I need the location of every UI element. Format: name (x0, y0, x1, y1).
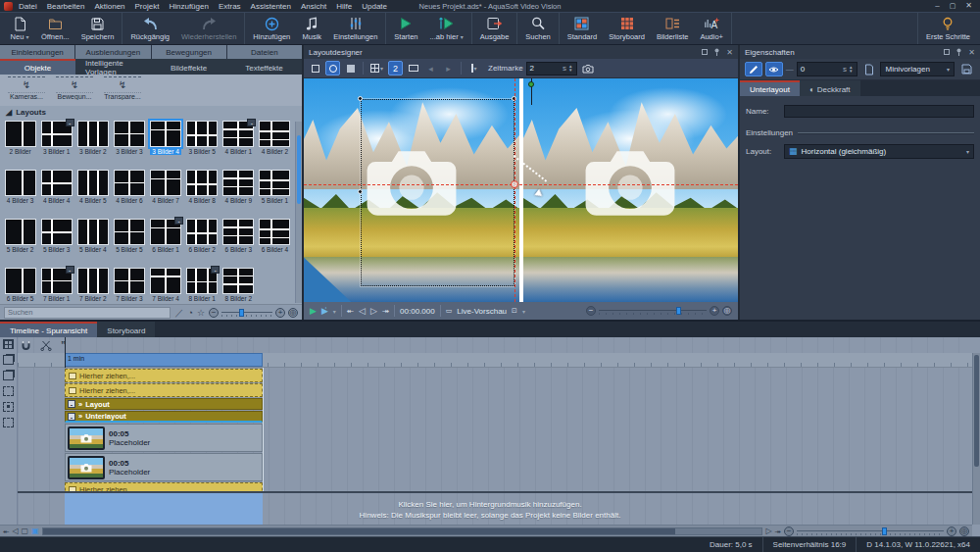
object-item-bewegun[interactable]: ↯Bewegun... (52, 76, 97, 104)
layout-4-bilder-5[interactable]: 4 Bilder 5 (75, 170, 110, 204)
menu-bearbeiten[interactable]: Bearbeiten (42, 2, 90, 11)
layout-4-bilder-7[interactable]: 4 Bilder 7 (149, 170, 183, 204)
collapse-icon[interactable]: - (68, 413, 75, 421)
speichern-button[interactable]: Speichern (75, 13, 121, 44)
preview-zoom-in-icon[interactable]: + (710, 306, 719, 316)
placeholder-item[interactable]: 00:05Placeholder (65, 424, 263, 452)
scroll-end-icon[interactable]: ⯮ (775, 527, 781, 536)
collapse-badge-icon[interactable]: - (247, 119, 256, 126)
select-tool-button[interactable] (308, 61, 322, 75)
screen-icon[interactable]: ⊡ (512, 306, 517, 316)
timeline-ruler[interactable]: 1 min (18, 353, 972, 368)
layout-8-bilder-1[interactable]: -8 Bilder 1 (185, 268, 220, 302)
snapshot-button[interactable] (580, 61, 596, 75)
align-left-button[interactable]: ◂ (423, 61, 438, 75)
frame-icon[interactable] (3, 386, 14, 396)
ellipse-tool-button[interactable] (325, 61, 340, 75)
layout-3-bilder-5[interactable]: 3 Bilder 5 (185, 121, 220, 155)
layout-8-bilder-2[interactable]: 8 Bilder 2 (221, 268, 256, 302)
zeitmarke-spinner[interactable]: ▲▼ (568, 65, 572, 73)
menu-aktionen[interactable]: Aktionen (89, 2, 129, 11)
zoom-in-icon[interactable]: + (275, 308, 285, 318)
collapse-badge-icon[interactable]: - (211, 266, 220, 274)
live-preview-label[interactable]: Live-Vorschau (457, 307, 507, 316)
layout-5-bilder-3[interactable]: 5 Bilder 3 (39, 219, 74, 253)
drop-target-item[interactable]: Hierher ziehen,... (65, 383, 263, 397)
storyboard-button[interactable]: Storyboard (603, 13, 651, 44)
layout-7-bilder-3[interactable]: 7 Bilder 3 (112, 268, 146, 302)
layout-6-bilder-1[interactable]: -6 Bilder 1 (149, 219, 183, 253)
drop-target-item[interactable]: Hierher ziehen,... (65, 369, 263, 382)
scroll-page-icon[interactable]: ▢ (22, 527, 29, 535)
wiederherstellen-button[interactable]: Wiederherstellen (175, 13, 242, 44)
tab-objekte[interactable]: Objekte (0, 59, 75, 75)
live-preview-options-icon[interactable]: ▾ (522, 308, 525, 315)
ruler-selection[interactable]: 1 min (65, 353, 263, 367)
tab-deckkraft[interactable]: ◐Deckkraft (800, 80, 860, 96)
visibility-button[interactable] (765, 62, 783, 76)
öffnen-button[interactable]: Öffnen... (35, 13, 75, 44)
tab-texteffekte[interactable]: Texteffekte (226, 59, 302, 75)
collapse-badge-icon[interactable]: - (174, 217, 183, 225)
layout-4-bilder-8[interactable]: 4 Bilder 8 (185, 170, 220, 204)
tab-unterlayout[interactable]: Unterlayout (740, 80, 800, 96)
standard-button[interactable]: Standard (562, 13, 603, 44)
layout-3-bilder-1[interactable]: -3 Bilder 1 (39, 121, 74, 155)
timeline-fit-icon[interactable]: ◎ (959, 527, 969, 536)
copy-track-icon[interactable] (3, 371, 14, 380)
scroll-start-icon[interactable]: ⯬ (3, 527, 9, 536)
collapse-icon[interactable]: - (68, 400, 75, 408)
placeholder-item[interactable]: 00:05Placeholder (65, 453, 263, 481)
layout-7-bilder-4[interactable]: 7 Bilder 4 (149, 268, 183, 302)
edit-icon[interactable]: ／ (174, 308, 183, 318)
pin-icon[interactable] (956, 48, 962, 57)
duplicate-track-icon[interactable] (3, 355, 14, 365)
object-item-kameras[interactable]: ↯Kameras... (4, 76, 49, 104)
layout-7-bilder-2[interactable]: 7 Bilder 2 (75, 268, 110, 302)
einstellungen-button[interactable]: Einstellungen (327, 13, 383, 44)
audio-button[interactable]: AAudio+ (694, 13, 729, 44)
zeitmarke-input[interactable]: 2 s ▲▼ (526, 62, 577, 75)
scissors-icon[interactable] (40, 340, 52, 351)
layout-4-bilder-4[interactable]: 4 Bilder 4 (39, 170, 74, 204)
ab-hier-button[interactable]: ...ab hier▾ (424, 13, 469, 44)
layout-6-bilder-3[interactable]: 6 Bilder 3 (221, 219, 256, 253)
name-input[interactable] (784, 105, 974, 118)
float-icon[interactable] (702, 49, 708, 55)
maximize-icon[interactable]: ▢ (950, 1, 956, 11)
timeline-zoom-slider[interactable] (797, 527, 944, 535)
layout-7-bilder-1[interactable]: -7 Bilder 1 (39, 268, 74, 302)
save-template-icon[interactable] (957, 62, 975, 76)
menu-assistenten[interactable]: Assistenten (246, 2, 296, 11)
layout-3-bilder-2[interactable]: 3 Bilder 2 (75, 121, 110, 155)
preview-canvas[interactable] (304, 78, 738, 302)
layout-6-bilder-2[interactable]: 6 Bilder 2 (185, 219, 220, 253)
bilderliste-button[interactable]: Bilderliste (651, 13, 695, 44)
pin-icon[interactable] (713, 48, 720, 57)
scroll-left-icon[interactable]: ◁ (12, 527, 18, 535)
layout-5-bilder-5[interactable]: 5 Bilder 5 (112, 219, 146, 253)
rückgängig-button[interactable]: Rückgängig (124, 13, 175, 44)
layout-4-bilder-3[interactable]: 4 Bilder 3 (3, 170, 37, 204)
play-icon[interactable]: ▶ (310, 306, 317, 316)
timeline-zoom-in-icon[interactable]: + (947, 527, 956, 536)
starten-button[interactable]: Starten (388, 13, 423, 44)
play-from-marker-icon[interactable]: ▶̍ (321, 306, 328, 316)
layout-3-bilder-4[interactable]: 3 Bilder 4 (149, 121, 183, 155)
last-frame-icon[interactable]: ⯮ (382, 306, 389, 316)
dropdown-icon[interactable]: ▾ (461, 33, 464, 40)
fit-view-icon[interactable]: ◎ (288, 308, 298, 318)
manual-icon[interactable] (860, 62, 878, 76)
track-group-layout[interactable]: -»Layout (65, 398, 263, 410)
favorite-icon[interactable]: ☆ (197, 308, 205, 318)
menu-projekt[interactable]: Projekt (130, 2, 165, 11)
layout-5-bilder-2[interactable]: 5 Bilder 2 (3, 219, 37, 253)
collapse-badge-icon[interactable]: - (66, 266, 74, 274)
layout-6-bilder-5[interactable]: 6 Bilder 5 (3, 268, 37, 302)
float-icon[interactable] (944, 49, 950, 55)
monitor-button[interactable] (406, 61, 420, 75)
zoom-out-icon[interactable]: − (209, 308, 219, 318)
next-frame-icon[interactable]: ▷ (370, 306, 377, 316)
preview-zoom-slider[interactable] (599, 307, 707, 315)
minimize-icon[interactable]: – (935, 1, 939, 11)
